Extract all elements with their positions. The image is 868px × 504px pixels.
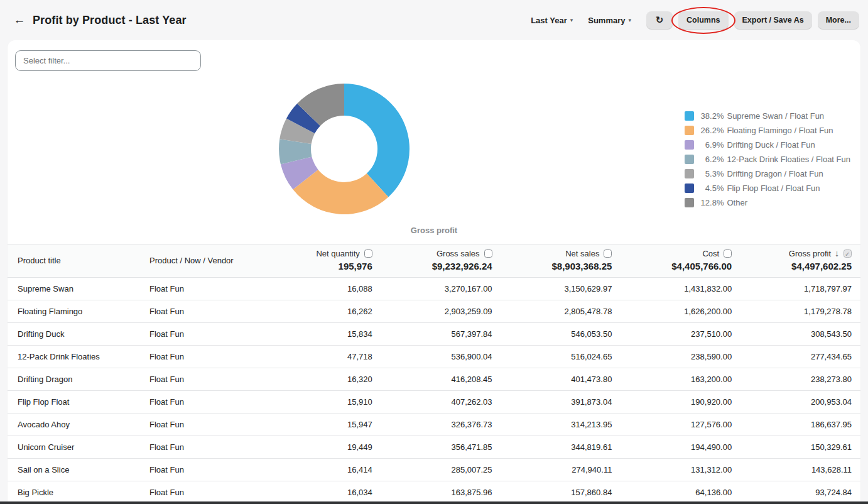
table-cell: 19,449 (261, 436, 381, 459)
table-cell: 15,910 (261, 391, 381, 414)
column-header-cost[interactable]: Cost$4,405,766.00 (621, 244, 741, 278)
date-range-dropdown[interactable]: Last Year ▾ (531, 16, 573, 25)
table-cell: Supreme Swan (8, 278, 142, 300)
table-row[interactable]: Supreme SwanFloat Fun16,0883,270,167.003… (8, 278, 860, 300)
table-row[interactable]: Big PickleFloat Fun16,034163,875.96157,8… (8, 481, 860, 502)
table-cell: Avocado Ahoy (8, 414, 142, 436)
table-cell: 277,434.65 (741, 346, 860, 368)
table-cell: 93,724.84 (741, 481, 860, 502)
legend-swatch-icon (685, 111, 694, 121)
table-cell: 127,576.00 (621, 414, 741, 436)
column-checkbox[interactable] (484, 249, 492, 258)
legend-item[interactable]: 6.2%12-Pack Drink Floaties / Float Fun (685, 152, 850, 167)
column-label-text: Cost (702, 249, 719, 258)
table-cell: 516,024.65 (501, 346, 621, 368)
legend-item[interactable]: 5.3%Drifting Dragon / Float Fun (685, 167, 850, 181)
table-row[interactable]: 12-Pack Drink FloatiesFloat Fun47,718536… (8, 346, 860, 368)
table-cell: Flip Flop Float (8, 391, 142, 414)
legend-swatch-icon (685, 126, 694, 135)
column-header-net-sales[interactable]: Net sales$8,903,368.25 (501, 244, 621, 278)
table-cell: 401,473.80 (501, 368, 621, 391)
table-row[interactable]: Drifting DragonFloat Fun16,320416,208.45… (8, 368, 860, 391)
table-cell: Sail on a Slice (8, 459, 142, 481)
table-row[interactable]: Drifting DuckFloat Fun15,834567,397.8454… (8, 323, 860, 346)
column-label: Cost (621, 248, 732, 259)
column-header-gross-profit[interactable]: Gross profit↓$4,497,602.25 (741, 244, 860, 278)
table-cell: 190,920.00 (621, 391, 741, 414)
chevron-down-icon: ▾ (629, 17, 632, 23)
table-cell: 16,414 (261, 459, 381, 481)
column-label-text: Gross profit (789, 249, 831, 258)
legend-label: 12-Pack Drink Floaties / Float Fun (727, 155, 850, 164)
column-label: Net sales (501, 248, 612, 259)
legend-item[interactable]: 26.2%Floating Flamingo / Float Fun (685, 123, 850, 138)
view-mode-dropdown[interactable]: Summary ▾ (588, 16, 631, 25)
table-cell: Drifting Duck (8, 323, 142, 346)
table-cell: Float Fun (142, 459, 261, 481)
table-cell: 356,471.85 (381, 436, 501, 459)
table-row[interactable]: Avocado AhoyFloat Fun15,947326,376.73314… (8, 414, 860, 436)
legend-label: Other (727, 198, 747, 207)
legend-item[interactable]: 6.9%Drifting Duck / Float Fun (685, 138, 850, 152)
table-cell: 16,320 (261, 368, 381, 391)
table-row[interactable]: Sail on a SliceFloat Fun16,414285,007.25… (8, 459, 860, 481)
table-body: Supreme SwanFloat Fun16,0883,270,167.003… (8, 278, 860, 502)
export-save-as-button[interactable]: Export / Save As (734, 11, 812, 30)
legend-item[interactable]: 12.8%Other (685, 195, 850, 210)
top-bar: ← Profit by Product - Last Year Last Yea… (0, 0, 868, 40)
column-label-text: Gross sales (437, 249, 480, 258)
table-cell: 16,262 (261, 300, 381, 323)
legend-percent: 26.2% (700, 126, 724, 135)
column-checkbox[interactable] (724, 249, 732, 258)
page-title: Profit by Product - Last Year (33, 14, 187, 27)
table-cell: 143,628.11 (741, 459, 860, 481)
toolbar-button-group: ↻ Columns Export / Save As More... (646, 11, 859, 30)
filter-input[interactable] (15, 50, 201, 71)
table-row[interactable]: Unicorn CruiserFloat Fun19,449356,471.85… (8, 436, 860, 459)
legend-item[interactable]: 4.5%Flip Flop Float / Float Fun (685, 181, 850, 195)
table-cell: 194,490.00 (621, 436, 741, 459)
column-total: $9,232,926.24 (381, 260, 492, 273)
table-cell: 157,860.84 (501, 481, 621, 502)
table-cell: 186,637.95 (741, 414, 860, 436)
table-row[interactable]: Floating FlamingoFloat Fun16,2622,903,25… (8, 300, 860, 323)
table-cell: Float Fun (142, 414, 261, 436)
table-cell: 314,213.95 (501, 414, 621, 436)
column-checkbox[interactable] (604, 249, 612, 258)
columns-button[interactable]: Columns (678, 11, 728, 30)
column-header-gross-sales[interactable]: Gross sales$9,232,926.24 (381, 244, 501, 278)
table-cell: 12-Pack Drink Floaties (8, 346, 142, 368)
chevron-down-icon: ▾ (570, 17, 573, 23)
legend-percent: 5.3% (700, 169, 724, 178)
table-cell: 238,590.00 (621, 346, 741, 368)
table-cell: 308,543.50 (741, 323, 860, 346)
back-button[interactable]: ← (10, 11, 29, 30)
legend-item[interactable]: 38.2%Supreme Swan / Float Fun (685, 109, 850, 123)
column-label: Gross sales (381, 248, 492, 259)
legend-label: Floating Flamingo / Float Fun (727, 126, 833, 135)
column-checkbox[interactable] (844, 249, 852, 258)
table-cell: Floating Flamingo (8, 300, 142, 323)
report-table: Product titleProduct / Now / VendorNet q… (8, 244, 860, 501)
table-cell: Float Fun (142, 436, 261, 459)
table-cell: 407,262.03 (381, 391, 501, 414)
column-label: Net quantity (261, 248, 372, 259)
column-checkbox[interactable] (364, 249, 372, 258)
column-header-net-quantity[interactable]: Net quantity195,976 (261, 244, 381, 278)
column-header-product-title[interactable]: Product title (8, 244, 142, 278)
legend-swatch-icon (685, 155, 694, 164)
table-cell: 391,873.04 (501, 391, 621, 414)
refresh-button[interactable]: ↻ (646, 11, 673, 30)
table-header: Product titleProduct / Now / VendorNet q… (8, 244, 860, 278)
legend-percent: 6.9% (700, 140, 724, 150)
column-header-product-now-vendor[interactable]: Product / Now / Vendor (142, 244, 261, 278)
table-cell: 16,088 (261, 278, 381, 300)
table-cell: 546,053.50 (501, 323, 621, 346)
table-row[interactable]: Flip Flop FloatFloat Fun15,910407,262.03… (8, 391, 860, 414)
more-button[interactable]: More... (818, 11, 859, 30)
table-cell: 285,007.25 (381, 459, 501, 481)
donut-slice[interactable] (344, 84, 410, 197)
table-cell: 163,200.00 (621, 368, 741, 391)
chart-caption: Gross profit (8, 226, 860, 235)
column-total: $4,405,766.00 (621, 260, 732, 273)
